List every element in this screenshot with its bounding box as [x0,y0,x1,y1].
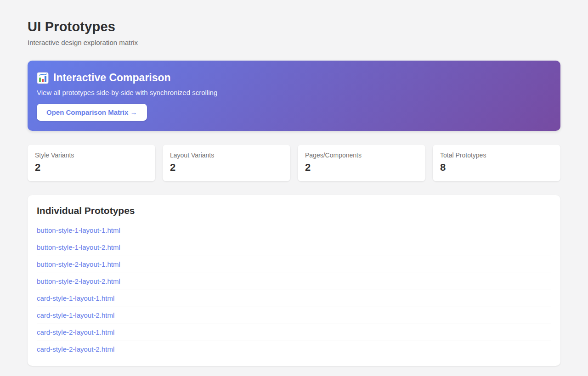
stat-label: Layout Variants [170,152,283,159]
banner-title-row: Interactive Comparison [37,72,551,84]
stats-row: Style Variants 2 Layout Variants 2 Pages… [28,145,560,181]
list-item: button-style-2-layout-2.html [37,273,551,290]
stat-label: Total Prototypes [440,152,553,159]
stat-card-total-prototypes: Total Prototypes 8 [433,145,560,181]
individual-prototypes-card: Individual Prototypes button-style-1-lay… [28,195,560,366]
prototype-link-button-style-1-layout-1[interactable]: button-style-1-layout-1.html [37,222,551,239]
stat-card-style-variants: Style Variants 2 [28,145,155,181]
prototype-link-card-style-1-layout-1[interactable]: card-style-1-layout-1.html [37,290,551,307]
list-item: button-style-1-layout-1.html [37,222,551,239]
stat-value: 2 [170,162,283,174]
page-subtitle: Interactive design exploration matrix [28,39,560,46]
stat-label: Style Variants [35,152,148,159]
banner-title: Interactive Comparison [53,72,171,84]
stat-value: 2 [305,162,418,174]
list-item: button-style-2-layout-1.html [37,256,551,273]
prototype-link-button-style-2-layout-2[interactable]: button-style-2-layout-2.html [37,273,551,290]
list-item: button-style-1-layout-2.html [37,239,551,256]
stat-value: 8 [440,162,553,174]
prototype-link-card-style-2-layout-1[interactable]: card-style-2-layout-1.html [37,324,551,341]
stat-card-layout-variants: Layout Variants 2 [163,145,290,181]
interactive-comparison-banner: Interactive Comparison View all prototyp… [28,61,560,131]
banner-description: View all prototypes side-by-side with sy… [37,89,551,96]
stat-value: 2 [35,162,148,174]
prototype-link-card-style-1-layout-2[interactable]: card-style-1-layout-2.html [37,307,551,324]
bar-chart-icon [37,72,49,84]
prototype-link-button-style-2-layout-1[interactable]: button-style-2-layout-1.html [37,256,551,273]
page-title: UI Prototypes [28,19,560,34]
list-item: card-style-1-layout-2.html [37,307,551,324]
prototype-link-card-style-2-layout-2[interactable]: card-style-2-layout-2.html [37,341,551,358]
prototype-link-list: button-style-1-layout-1.html button-styl… [37,222,551,358]
stat-card-pages-components: Pages/Components 2 [298,145,425,181]
list-item: card-style-1-layout-1.html [37,290,551,307]
individual-prototypes-heading: Individual Prototypes [37,205,551,216]
list-item: card-style-2-layout-1.html [37,324,551,341]
prototype-link-button-style-1-layout-2[interactable]: button-style-1-layout-2.html [37,239,551,256]
list-item: card-style-2-layout-2.html [37,341,551,358]
open-comparison-matrix-button[interactable]: Open Comparison Matrix → [37,104,147,121]
page-container: UI Prototypes Interactive design explora… [28,0,560,376]
stat-label: Pages/Components [305,152,418,159]
